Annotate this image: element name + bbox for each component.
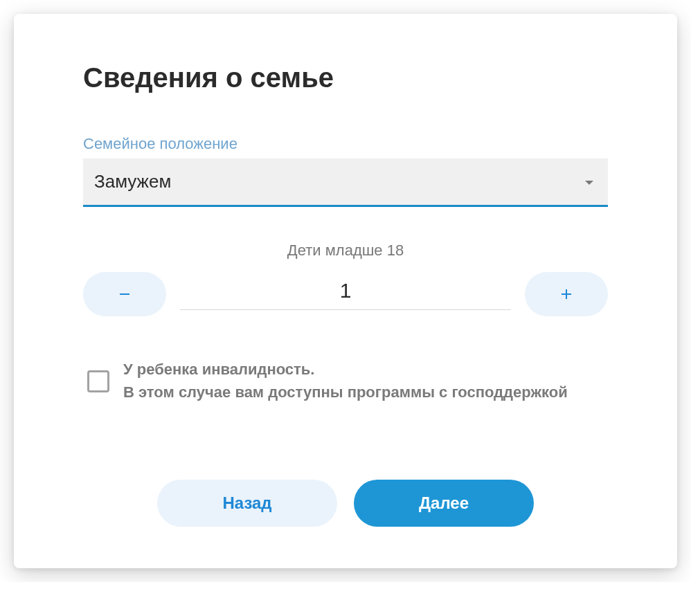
plus-icon [560, 288, 573, 300]
disability-checkbox[interactable] [87, 370, 109, 392]
marital-status-value: Замужем [94, 171, 171, 192]
children-stepper-section: Дети младше 18 1 [83, 242, 608, 316]
children-stepper: 1 [83, 272, 608, 316]
button-row: Назад Далее [83, 480, 608, 527]
decrement-button[interactable] [83, 272, 166, 316]
disability-label: У ребенка инвалидность.В этом случае вам… [123, 358, 568, 404]
marital-status-field: Семейное положение Замужем [83, 135, 608, 207]
marital-status-select[interactable]: Замужем [83, 158, 608, 207]
children-label: Дети младше 18 [83, 242, 608, 260]
disability-checkbox-section: У ребенка инвалидность.В этом случае вам… [83, 358, 608, 404]
marital-status-select-wrapper: Замужем [83, 158, 608, 207]
next-button[interactable]: Далее [354, 480, 534, 527]
increment-button[interactable] [525, 272, 608, 316]
page-title: Сведения о семье [83, 62, 608, 93]
marital-status-label: Семейное положение [83, 135, 608, 153]
svg-rect-0 [120, 293, 129, 295]
form-card: Сведения о семье Семейное положение Заму… [14, 14, 677, 568]
children-value: 1 [180, 279, 511, 302]
minus-icon [118, 288, 131, 300]
back-button[interactable]: Назад [157, 480, 337, 527]
children-value-wrap: 1 [180, 279, 511, 310]
svg-rect-2 [566, 289, 567, 299]
